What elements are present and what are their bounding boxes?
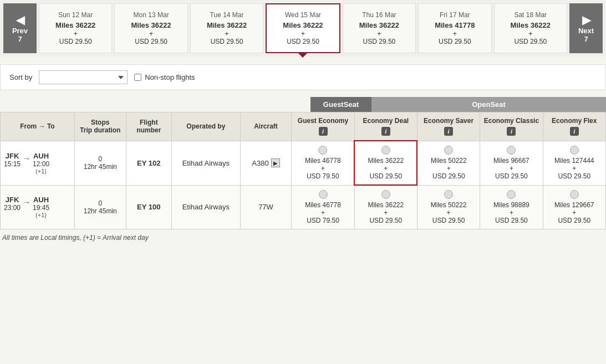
from-time: 15:15 [4, 160, 21, 168]
from-time: 23:00 [4, 204, 21, 212]
economy-saver-price[interactable]: Miles 50222 + USD 29.50 [417, 185, 480, 229]
plus-sign: + [547, 165, 602, 172]
next-day: (+1) [33, 168, 49, 175]
stops-cell: 0 12hr 45min [74, 141, 126, 185]
date-label: Thu 16 Mar [362, 11, 396, 19]
sort-select[interactable] [39, 70, 128, 84]
aircraft-expand-button[interactable]: ▶ [271, 158, 280, 167]
usd-value: USD 29.50 [59, 38, 92, 45]
nonstop-checkbox[interactable] [134, 74, 141, 81]
nonstop-label[interactable]: Non-stop flights [134, 73, 195, 81]
plus-sign: + [225, 29, 229, 38]
guest-economy-info-icon[interactable]: i [319, 127, 328, 136]
guest-economy-radio[interactable] [318, 146, 327, 155]
date-label: Sun 12 Mar [58, 11, 93, 19]
to-time: 19:45 [33, 204, 49, 212]
date-cell-sun12[interactable]: Sun 12 Mar Miles 36222 + USD 29.50 [39, 3, 112, 53]
economy-deal-price[interactable]: Miles 36222 + USD 29.50 [354, 141, 417, 185]
usd-value: USD 29.50 [439, 38, 471, 45]
usd-value: USD 29.50 [135, 38, 167, 45]
aircraft-code: A380 [252, 159, 268, 167]
economy-classic-radio[interactable] [507, 146, 516, 155]
miles-value: Miles 36222 [55, 21, 95, 29]
economy-flex-price[interactable]: Miles 127444 + USD 29.50 [543, 141, 605, 185]
eco-deal-usd: USD 29.50 [369, 217, 402, 224]
flight-number-cell: EY 102 [126, 141, 171, 185]
economy-flex-price[interactable]: Miles 129667 + USD 29.50 [543, 185, 605, 229]
plus-sign: + [358, 209, 414, 217]
economy-deal-price[interactable]: Miles 36222 + USD 29.50 [354, 185, 417, 229]
date-cell-thu16[interactable]: Thu 16 Mar Miles 36222 + USD 29.50 [343, 3, 416, 53]
from-code: JFK [4, 196, 21, 204]
economy-saver-info-icon[interactable]: i [444, 127, 453, 136]
economy-classic-radio[interactable] [507, 190, 516, 199]
next-label: Next [578, 27, 594, 35]
flight-section: GuestSeat OpenSeat From → To StopsTrip d… [0, 97, 606, 246]
prev-button[interactable]: ◀ Prev 7 [3, 3, 37, 53]
plus-sign: + [547, 209, 602, 217]
plus-sign: + [149, 29, 154, 38]
seat-type-headers: GuestSeat OpenSeat [310, 97, 606, 112]
th-flight-number: Flight number [126, 112, 171, 141]
miles-value: Miles 41778 [435, 21, 475, 29]
guest-eco-miles: Miles 46778 [305, 201, 341, 209]
flight-table: From → To StopsTrip duration Flight numb… [0, 112, 606, 229]
economy-classic-info-icon[interactable]: i [507, 127, 516, 136]
sort-by-label: Sort by [9, 73, 32, 81]
footer-note: All times are Local timings, (+1) = Arri… [0, 229, 606, 246]
date-cell-fri17[interactable]: Fri 17 Mar Miles 41778 + USD 29.50 [418, 3, 491, 53]
miles-value: Miles 36222 [511, 21, 551, 29]
from-code: JFK [4, 152, 21, 160]
guest-economy-radio[interactable] [319, 190, 328, 199]
flight-number-cell: EY 100 [126, 185, 171, 229]
stops-count: 0 [78, 155, 123, 163]
prev-label: Prev [12, 27, 28, 35]
th-from-to: From → To [1, 112, 75, 141]
plus-sign: + [295, 165, 350, 172]
eco-flex-miles: Miles 129667 [554, 201, 594, 209]
date-cell-mon13[interactable]: Mon 13 Mar Miles 36222 + USD 29.50 [114, 3, 187, 53]
next-button[interactable]: ▶ Next 7 [569, 3, 603, 53]
guest-economy-price[interactable]: Miles 46778 + USD 79.50 [292, 185, 354, 229]
plus-sign: + [421, 165, 476, 172]
miles-value: Miles 36222 [207, 21, 247, 29]
usd-value: USD 29.50 [514, 38, 547, 45]
eco-classic-usd: USD 29.50 [495, 172, 528, 180]
eco-flex-miles: Miles 127444 [554, 157, 594, 165]
stops-cell: 0 12hr 45min [74, 185, 126, 229]
economy-classic-price[interactable]: Miles 96667 + USD 29.50 [480, 141, 543, 185]
eco-classic-miles: Miles 96667 [493, 157, 529, 165]
table-row: JFK 23:00 → AUH 19:45 (+1) 0 12hr 45min … [1, 185, 606, 229]
economy-saver-radio[interactable] [444, 190, 453, 199]
th-aircraft: Aircraft [240, 112, 292, 141]
operated-by-cell: Etihad Airways [172, 185, 241, 229]
economy-saver-price[interactable]: Miles 50222 + USD 29.50 [417, 141, 480, 185]
guest-economy-price[interactable]: Miles 46778 + USD 79.50 [292, 141, 354, 185]
stops-count: 0 [78, 199, 123, 207]
eco-saver-miles: Miles 50222 [431, 201, 467, 209]
aircraft-cell: A380 ▶ [240, 141, 292, 185]
economy-classic-price[interactable]: Miles 98889 + USD 29.50 [480, 185, 543, 229]
usd-value: USD 29.50 [363, 38, 396, 45]
plus-sign: + [73, 29, 78, 38]
economy-flex-radio[interactable] [570, 146, 579, 155]
next-arrow-icon: ▶ [582, 13, 590, 27]
date-cell-tue14[interactable]: Tue 14 Mar Miles 36222 + USD 29.50 [190, 3, 263, 53]
economy-deal-info-icon[interactable]: i [381, 127, 390, 136]
economy-flex-radio[interactable] [570, 190, 579, 199]
economy-deal-radio[interactable] [381, 146, 390, 155]
economy-saver-radio[interactable] [444, 146, 453, 155]
th-guest-economy: Guest Economy i [292, 112, 354, 141]
date-cell-sat18[interactable]: Sat 18 Mar Miles 36222 + USD 29.50 [494, 3, 567, 53]
miles-value: Miles 36222 [131, 21, 171, 29]
plus-sign: + [301, 29, 305, 38]
plus-sign: + [358, 165, 413, 172]
date-cell-wed15[interactable]: Wed 15 Mar Miles 36222 + USD 29.50 [266, 3, 340, 53]
eco-deal-miles: Miles 36222 [368, 201, 404, 209]
flight-arrow-icon: → [23, 154, 30, 163]
economy-deal-radio[interactable] [381, 190, 390, 199]
sort-bar: Sort by Non-stop flights [0, 64, 606, 90]
eco-saver-usd: USD 29.50 [432, 217, 465, 224]
eco-saver-usd: USD 29.50 [432, 172, 465, 180]
economy-flex-info-icon[interactable]: i [570, 127, 579, 136]
